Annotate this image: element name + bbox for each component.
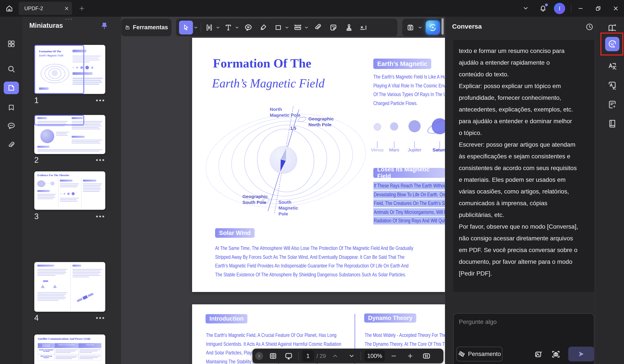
menu-chevron-button[interactable] [520,3,531,13]
thumbnail-preview-1[interactable]: Formation Of The Earth’s Magnetic Field [34,45,105,94]
document-tab[interactable]: UPDF-2 [19,2,72,15]
new-tab-button[interactable] [77,3,87,14]
chevron-down-icon[interactable] [285,25,289,30]
home-button[interactable] [4,3,15,14]
heading-tool-button[interactable] [203,22,215,33]
tab-close-button[interactable] [61,3,72,14]
attach-file-button[interactable] [312,22,324,33]
selected-text-line[interactable]: Radiation Of Strong Rays And Will Quic [373,217,445,224]
comment-tool-button[interactable] [242,22,254,33]
assistant-message-bubble: texto e formar um resumo conciso para aj… [453,40,594,292]
planet-label: Saturn [430,147,445,152]
selected-text-line[interactable]: Devastating Blow To Life On Earth. Onc [373,191,445,198]
tools-menu-button[interactable]: Ferramentas [121,19,172,36]
translate-page-button[interactable] [605,78,620,92]
attachments-button[interactable] [4,139,19,152]
selected-text-line[interactable]: Field, The Creatures On The Earth's Su [373,199,445,207]
bookmark-icon [7,103,15,112]
ai-translate-button[interactable] [605,59,620,73]
book-icon [607,119,617,129]
avatar[interactable]: I [554,3,565,14]
thumbnail-menu-button[interactable]: ••• [96,314,105,322]
thumbnails-panel: Miniaturas Formation Of The Earth’s Magn… [22,17,121,364]
comment-icon [7,121,16,130]
minimize-button[interactable] [575,3,586,14]
restore-button[interactable] [593,3,604,14]
thumbnails-panel-button[interactable] [4,82,19,94]
collapse-bar-button[interactable] [255,352,263,360]
pin-icon [100,22,109,31]
notifications-button[interactable] [537,3,549,14]
zoom-out-button[interactable] [388,351,399,361]
plus-icon [78,5,85,12]
thumbnail-menu-button[interactable]: ••• [96,156,105,164]
current-page: 1 [306,353,310,360]
page-number-input[interactable]: 1 [302,350,314,362]
ai-assistant-button[interactable] [426,20,440,35]
thumbnail-viewport-indicator [34,45,84,94]
presenter-icon [284,352,293,360]
panel-drag-handle[interactable] [65,19,72,20]
screenshot-button[interactable] [550,349,561,360]
previous-page-button[interactable] [330,351,340,361]
doc-scrollbar[interactable] [442,18,444,35]
chevron-down-icon[interactable] [418,25,423,30]
highlighter-tool-button[interactable] [257,22,269,33]
measure-tool-button[interactable] [292,22,304,33]
zoom-in-button[interactable] [405,351,416,361]
translate-box-icon [607,80,617,90]
chevron-down-icon[interactable] [304,25,309,30]
selected-text-line[interactable]: Animals Or Tiny Microorganisms, Will F [373,208,445,216]
chevron-down-icon[interactable] [215,25,220,30]
main-toolbar [176,19,398,36]
shape-tool-button[interactable] [272,22,284,33]
sticker-tool-button[interactable] [328,22,339,33]
presentation-button[interactable] [283,350,295,362]
thumbnail-preview-4[interactable] [34,262,105,312]
page-layout-button[interactable] [267,350,279,362]
save-button[interactable] [405,22,416,33]
thumbnail-preview-3[interactable]: Evidence For The Theories [34,171,105,210]
page-icon [7,84,15,92]
thumbnail-menu-button[interactable]: ••• [96,213,105,220]
chat-history-button[interactable] [584,22,595,32]
bookmarks-button[interactable] [4,101,19,114]
next-page-button[interactable] [346,351,357,361]
thumbnail-menu-button[interactable]: ••• [96,97,105,104]
zoom-level-input[interactable]: 100% [364,350,385,362]
text-tool-button[interactable] [222,22,234,33]
close-window-button[interactable] [610,3,621,14]
thumbnail-preview-2[interactable] [34,115,105,154]
pin-panel-button[interactable] [100,22,110,31]
assistant-message-text: texto e formar um resumo conciso para aj… [459,45,594,288]
ai-write-button[interactable] [605,97,620,112]
toolbar-divider [361,352,361,360]
sticker-icon [329,23,338,32]
planet-mars [390,122,398,131]
home-grid-button[interactable] [4,38,19,50]
dictionary-button[interactable] [605,117,620,131]
stamp-tool-button[interactable] [343,22,355,33]
chevron-down-icon[interactable] [193,25,198,30]
selected-text-line[interactable]: If These Rays Reach The Earth Without [373,182,445,190]
send-message-button[interactable] [568,347,594,361]
home-icon [5,4,13,12]
send-icon [577,350,585,358]
titlebar-divider [571,5,571,12]
label-geographic-south-pole: Geographic South Pole [242,194,268,205]
chevron-down-icon [348,353,355,359]
signature-tool-button[interactable] [358,22,369,33]
insert-image-button[interactable] [533,349,544,360]
select-tool-button[interactable] [179,21,193,34]
pdf-page-1[interactable]: Formation Of The Earth’s Magnetic Field … [192,38,445,292]
comments-button[interactable] [4,120,19,132]
label-angle: 1.5 [290,125,296,131]
chat-panel-title: Conversa [452,23,482,30]
camera-icon [551,350,560,359]
chevron-down-icon[interactable] [235,25,239,30]
actual-size-button[interactable] [420,351,433,361]
thinking-mode-button[interactable]: Pensamento [456,347,502,361]
search-button[interactable] [4,63,19,75]
thumbnail-preview-5[interactable]: Satellite Communications And Power Grids… [34,335,105,364]
highlight-red-box [600,32,623,55]
